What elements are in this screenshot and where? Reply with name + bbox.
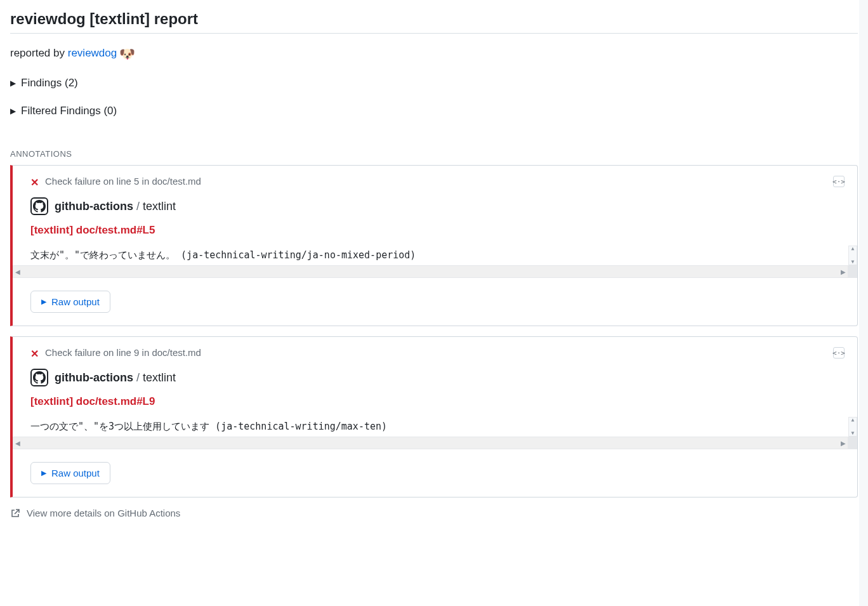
annotation-message: 文末が"。"で終わっていません。 (ja-technical-writing/j… <box>13 246 857 265</box>
annotations-heading: ANNOTATIONS <box>10 149 858 159</box>
page-title: reviewdog [textlint] report <box>10 10 858 34</box>
code-container: 文末が"。"で終わっていません。 (ja-technical-writing/j… <box>13 246 857 278</box>
workflow-check: textlint <box>143 200 176 213</box>
filtered-findings-toggle[interactable]: ▶ Filtered Findings (0) <box>10 105 858 117</box>
annotation-card: ✕ Check failure on line 9 in doc/test.md… <box>10 336 858 497</box>
code-container: 一つの文で"、"を3つ以上使用しています (ja-technical-writi… <box>13 417 857 449</box>
triangle-right-icon: ▶ <box>10 79 16 88</box>
dog-emoji-icon: 🐶 <box>119 47 135 61</box>
scroll-left-icon[interactable]: ◀ <box>13 440 22 447</box>
horizontal-scrollbar[interactable]: ◀ ▶ <box>13 265 857 278</box>
reviewdog-link[interactable]: reviewdog <box>68 47 117 59</box>
scroll-right-icon[interactable]: ▶ <box>839 268 848 275</box>
view-more-label: View more details on GitHub Actions <box>27 508 180 518</box>
page-scrollbar[interactable] <box>859 0 868 529</box>
horizontal-scrollbar[interactable]: ◀ ▶ <box>13 437 857 449</box>
reported-by-line: reported by reviewdog🐶 <box>10 46 858 62</box>
failure-text: Check failure on line 9 in doc/test.md <box>45 347 201 358</box>
workflow-separator: / <box>133 371 143 384</box>
github-logo-icon <box>30 369 48 386</box>
annotation-title-link[interactable]: [textlint] doc/test.md#L5 <box>30 224 845 237</box>
vertical-scroll-indicator[interactable]: ▲▼ <box>848 246 857 265</box>
workflow-check: textlint <box>143 371 176 384</box>
triangle-right-icon: ▶ <box>41 469 46 477</box>
raw-output-button[interactable]: ▶ Raw output <box>30 462 110 484</box>
raw-output-button[interactable]: ▶ Raw output <box>30 291 110 313</box>
external-link-icon <box>10 508 20 518</box>
scroll-right-icon[interactable]: ▶ <box>839 440 848 447</box>
failure-x-icon: ✕ <box>30 176 39 188</box>
failure-x-icon: ✕ <box>30 348 39 360</box>
annotation-header: ✕ Check failure on line 9 in doc/test.md… <box>30 347 845 360</box>
workflow-bold: github-actions <box>55 200 133 213</box>
annotation-message: 一つの文で"、"を3つ以上使用しています (ja-technical-writi… <box>13 417 857 437</box>
workflow-name: github-actions / textlint <box>55 200 176 213</box>
scrollbar-corner <box>848 437 857 449</box>
code-icon[interactable]: <·> <box>833 176 845 187</box>
failure-text: Check failure on line 5 in doc/test.md <box>45 176 201 187</box>
view-more-link[interactable]: View more details on GitHub Actions <box>10 508 858 518</box>
annotation-title-link[interactable]: [textlint] doc/test.md#L9 <box>30 395 845 408</box>
workflow-bold: github-actions <box>55 371 133 384</box>
workflow-row: github-actions / textlint <box>30 197 845 215</box>
raw-output-label: Raw output <box>51 468 100 478</box>
filtered-findings-label: Filtered Findings (0) <box>21 105 117 117</box>
workflow-name: github-actions / textlint <box>55 371 176 385</box>
findings-label: Findings (2) <box>21 77 78 89</box>
reported-by-prefix: reported by <box>10 47 68 59</box>
vertical-scroll-indicator[interactable]: ▲▼ <box>848 417 857 437</box>
github-logo-icon <box>30 197 48 215</box>
annotation-header: ✕ Check failure on line 5 in doc/test.md… <box>30 176 845 188</box>
scroll-left-icon[interactable]: ◀ <box>13 268 22 275</box>
code-icon[interactable]: <·> <box>833 347 845 359</box>
raw-output-label: Raw output <box>51 296 100 307</box>
findings-toggle[interactable]: ▶ Findings (2) <box>10 77 858 89</box>
scrollbar-corner <box>848 266 857 277</box>
workflow-row: github-actions / textlint <box>30 369 845 386</box>
triangle-right-icon: ▶ <box>10 107 16 115</box>
annotation-card: ✕ Check failure on line 5 in doc/test.md… <box>10 165 858 326</box>
triangle-right-icon: ▶ <box>41 298 46 306</box>
workflow-separator: / <box>133 200 143 213</box>
